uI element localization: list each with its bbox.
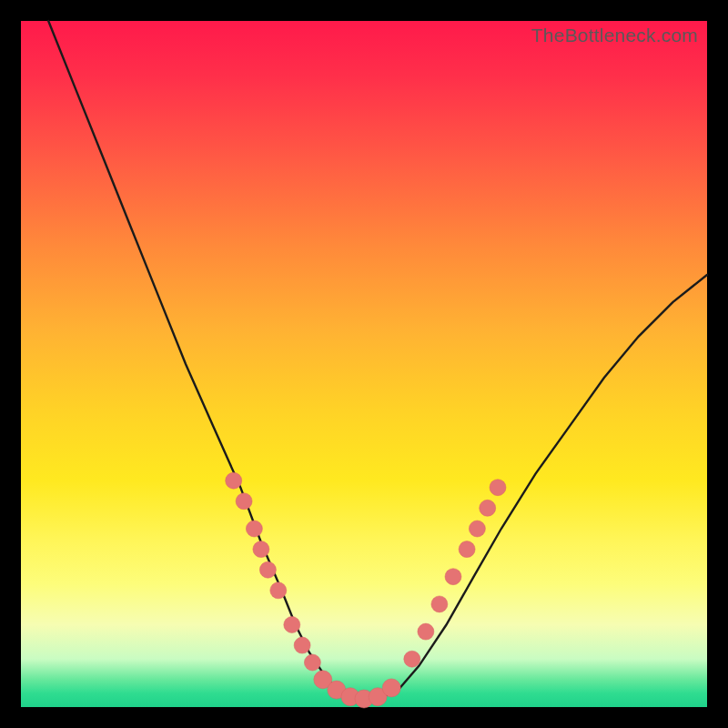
curve-marker xyxy=(294,637,310,653)
curve-marker xyxy=(304,654,320,671)
curve-marker xyxy=(480,500,496,516)
curve-marker xyxy=(270,582,287,599)
curve-marker xyxy=(246,521,262,537)
curve-marker xyxy=(445,569,461,585)
curve-marker xyxy=(226,472,242,489)
curve-marker xyxy=(236,493,252,510)
curve-marker xyxy=(490,480,506,496)
chart-frame: TheBottleneck.com xyxy=(0,0,728,728)
curve-marker xyxy=(253,541,269,558)
curve-marker xyxy=(382,679,400,697)
curve-marker xyxy=(418,623,434,640)
curve-marker xyxy=(431,596,448,612)
curve-marker xyxy=(459,541,475,558)
curve-marker xyxy=(469,521,485,537)
curve-marker xyxy=(404,651,420,667)
curve-markers xyxy=(226,472,506,708)
curve-marker xyxy=(284,617,300,633)
plot-area: TheBottleneck.com xyxy=(21,21,707,707)
bottleneck-curve xyxy=(48,21,707,701)
curve-marker xyxy=(259,561,276,578)
chart-svg xyxy=(21,21,707,707)
